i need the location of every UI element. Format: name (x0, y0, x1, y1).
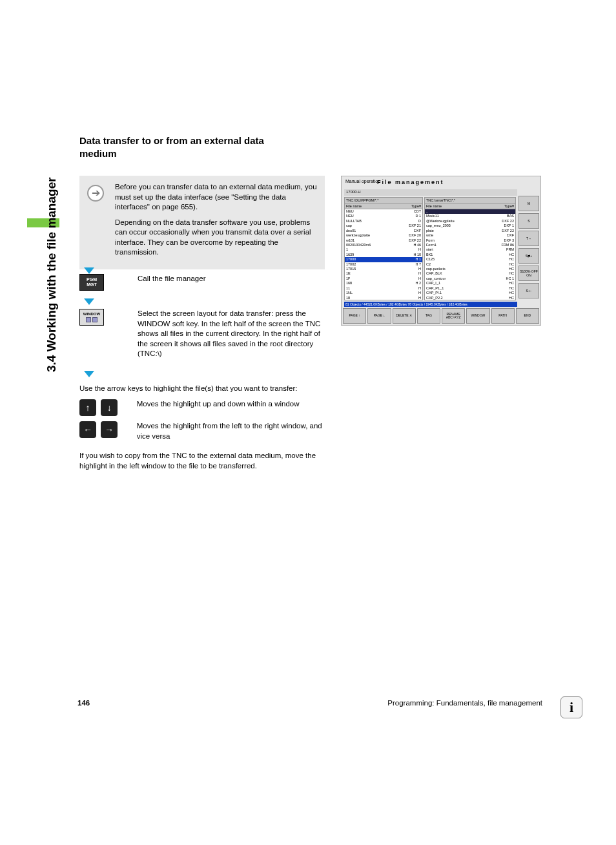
ss-sidebar: MST↔S⇄+S100% OFF ONS↕− (518, 196, 539, 307)
ss-left-panel: TNC:\DUMPPGM\*.* File nameType▾ NEUCDT N… (344, 197, 423, 300)
ss-mode: Manual operation (345, 179, 380, 183)
softkey[interactable]: WINDOW (466, 308, 489, 324)
chapter-title: Programming: Fundamentals, file manageme… (387, 699, 542, 707)
file-row[interactable]: CAP_BLKHC (425, 271, 515, 276)
file-row[interactable]: 1EH (345, 271, 422, 276)
file-row[interactable]: Modu11BAS (425, 214, 515, 218)
softkey[interactable]: PATH (491, 308, 515, 324)
file-row[interactable]: 1H (345, 247, 422, 252)
file-row[interactable]: 18H (345, 296, 422, 300)
step-window-softkey: WINDOW Select the screen layout for data… (79, 309, 325, 359)
file-row[interactable]: BK1HC (425, 253, 515, 257)
section-tab-text: 3.4 Working with the file manager (45, 127, 59, 372)
file-row[interactable]: Form1FRM 86 (425, 243, 515, 247)
softkey[interactable]: END (516, 308, 539, 324)
ss-left-header: File nameType▾ (345, 203, 422, 209)
continuation-marker-icon (84, 371, 94, 377)
file-row[interactable]: 1FH (345, 276, 422, 281)
file-row[interactable]: CAP_P1_1HC (425, 286, 515, 291)
step2-text: Select the screen layout for data transf… (138, 309, 325, 359)
softkey[interactable]: PAGE ↑ (343, 308, 366, 324)
ss-left-path: TNC:\DUMPPGM\*.* (345, 198, 422, 203)
continuation-marker-icon (84, 267, 94, 274)
arrow-updown-desc: Moves the highlight up and down within a… (137, 399, 324, 410)
page-number: 146 (77, 699, 90, 707)
ss-status: 81 Objects / 44521.0KBytes / 182.4GBytes… (344, 302, 517, 307)
file-row[interactable]: 1NLH (345, 291, 422, 295)
note-paragraph-1: Before you can transfer data to an exter… (115, 182, 318, 213)
section-tab: 3.4 Working with the file manager (36, 126, 61, 371)
softkey[interactable]: PAGE ↓ (367, 308, 391, 324)
arrow-up-key-icon[interactable]: ↑ (79, 399, 96, 416)
file-row[interactable]: capDXF 21 (345, 224, 422, 228)
side-button[interactable]: T↔ (518, 231, 539, 246)
softkey[interactable]: RENAME ABC>XYZ (442, 308, 465, 324)
file-row[interactable]: deu01DXF (345, 229, 422, 233)
arrow-left-key-icon[interactable]: ← (79, 421, 96, 438)
file-row[interactable]: NEUCDT (345, 209, 422, 214)
ss-right-path: TNC:\smarTNC\*.* (425, 198, 515, 203)
ss-right-header: File nameType▾ (425, 203, 515, 209)
arrow-leftright-desc: Moves the highlight from the left to the… (137, 421, 324, 441)
arrow-right-key-icon[interactable]: → (101, 421, 118, 438)
file-row[interactable]: w101DXF 22 (345, 238, 422, 243)
pgm-mgt-key-icon[interactable]: PGMMGT (79, 274, 104, 291)
side-button[interactable]: M (518, 196, 539, 211)
file-row[interactable]: CAP_PI.1HC (425, 291, 515, 295)
file-row[interactable]: C2HC (425, 262, 515, 267)
file-row[interactable]: cap_emo_2005DXF 1 (425, 224, 515, 228)
file-row[interactable]: startFRM (425, 247, 515, 252)
continuation-marker-icon (84, 298, 94, 305)
file-row[interactable]: .. (425, 209, 515, 214)
file-row[interactable]: NEUD 1 (345, 214, 422, 218)
info-icon: i (560, 696, 582, 718)
file-row[interactable]: 11H (345, 286, 422, 291)
arrow-down-key-icon[interactable]: ↓ (101, 399, 118, 416)
instruction-highlight: Use the arrow keys to highlight the file… (79, 384, 325, 394)
arrow-updown-row: ↑ ↓ Moves the highlight up and down with… (79, 399, 325, 416)
page-footer: 146 Programming: Fundamentals, file mana… (77, 699, 542, 707)
file-row[interactable]: 0020100420m6H 46 (345, 243, 422, 247)
file-row[interactable]: 17002H 7 (345, 262, 422, 267)
file-row[interactable]: 17000H 1 (345, 257, 422, 262)
ss-right-panel: TNC:\smarTNC\*.* File nameType▾ .. Modu1… (424, 197, 516, 300)
step-call-file-manager: PGMMGT Call the file manager (79, 274, 325, 284)
ss-title: File management (377, 179, 444, 185)
arrow-right-icon: ➔ (87, 185, 104, 202)
file-manager-screenshot: Manual operation File management 17000.H… (341, 176, 541, 326)
file-row[interactable]: plateDXF 22 (425, 229, 515, 233)
window-label: WINDOW (83, 312, 100, 317)
page-heading: Data transfer to or from an external dat… (79, 134, 293, 160)
side-button[interactable]: S⇄+ (518, 248, 539, 264)
file-row[interactable]: cap_contourHC 1 (425, 276, 515, 281)
file-row[interactable]: @WerkzeugplatteDXF 22 (425, 219, 515, 224)
window-softkey-icon[interactable]: WINDOW (79, 309, 104, 326)
file-row[interactable]: CAP_P2.2HC (425, 296, 515, 300)
note-paragraph-2: Depending on the data transfer software … (115, 218, 318, 258)
note-box: ➔ Before you can transfer data to an ext… (79, 176, 325, 269)
file-row[interactable]: werkzeugplatteDXF 20 (345, 233, 422, 238)
side-button[interactable]: S↕− (518, 283, 539, 298)
file-row[interactable]: 1639H 10 (345, 253, 422, 257)
ss-softkey-row: PAGE ↑PAGE ↓DELETE ✕TAGRENAME ABC>XYZWIN… (343, 308, 539, 324)
file-row[interactable]: FormDXF 3 (425, 238, 515, 243)
softkey[interactable]: DELETE ✕ (393, 308, 416, 324)
ss-topline: 17000.H (344, 189, 517, 196)
side-button[interactable]: S (518, 213, 539, 229)
file-row[interactable]: C125HC (425, 257, 515, 262)
file-row[interactable]: 17015H (345, 267, 422, 271)
side-button[interactable]: S100% OFF ON (518, 266, 539, 281)
file-row[interactable]: CAP_I_1HC (425, 281, 515, 286)
step1-text: Call the file manager (138, 274, 325, 284)
softkey[interactable]: TAG (417, 308, 440, 324)
file-row[interactable]: cap-pocketsHC (425, 267, 515, 271)
file-row[interactable]: wzleDXF (425, 233, 515, 238)
instruction-copy: If you wish to copy from the TNC to the … (79, 451, 325, 471)
file-row[interactable]: 168H 2 (345, 281, 422, 286)
arrow-leftright-row: ← → Moves the highlight from the left to… (79, 421, 325, 441)
file-row[interactable]: NULLTABD (345, 219, 422, 224)
